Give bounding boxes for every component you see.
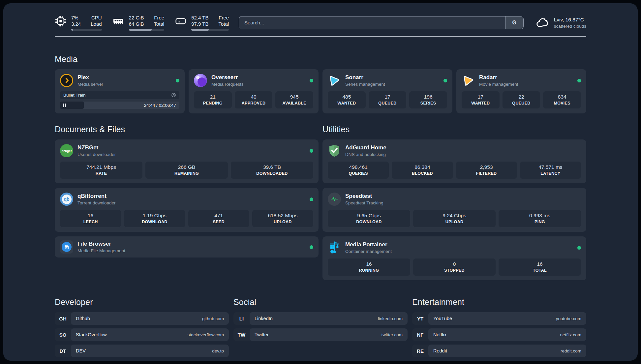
dashboard-panel: 7% CPU 3.24 Load [3,3,638,361]
stat-box: 40 APPROVED [235,91,273,108]
link-abbr: YT [412,312,428,325]
app-title: Radarr [479,74,518,81]
stat-box: 485 WANTED [328,91,366,108]
app-subtitle: Media File Management [77,248,125,253]
link-youtube[interactable]: YT YouTube youtube.com [412,312,586,325]
app-subtitle: Media server [77,82,103,87]
link-linkedin[interactable]: LI LinkedIn linkedin.com [233,312,408,325]
disk-total-label: Total [218,21,229,27]
link-netflix[interactable]: NF Netflix netflix.com [412,328,586,341]
stat-box: 744.21 Mbps RATE [60,162,142,179]
app-title: Speedtest [345,193,383,199]
app-title: File Browser [77,241,125,247]
overseerr-icon [194,74,207,87]
status-dot [443,79,447,82]
cpu-progress [71,29,102,31]
sonarr-icon [328,74,341,87]
section-entertainment: Entertainment YT YouTube youtube.com NF … [412,297,586,357]
app-subtitle: Usenet downloader [77,152,116,157]
app-card-radarr[interactable]: Radarr Movie management 17 WANTED 22 QUE… [456,69,586,113]
stat-box: 22 QUEUED [503,91,540,108]
link-name: YouTube [433,316,452,321]
link-url: stackoverflow.com [188,332,224,337]
disk-total: 97.9 TB [191,21,208,27]
stat-box: 2,953 FILTERED [456,162,517,179]
app-card-filebrowser[interactable]: File Browser Media File Management [55,236,319,258]
link-twitter[interactable]: TW Twitter twitter.com [233,328,408,341]
adguard-icon [328,144,341,157]
stat-box: 266 GB REMAINING [145,162,228,179]
stat-box: 196 SERIES [409,91,447,108]
stat-box: 9.24 Gbps UPLOAD [413,210,496,227]
app-title: Plex [77,74,103,81]
system-stats: 7% CPU 3.24 Load [55,15,229,31]
weather-location-temp: Lviv, 16.87°C [554,17,586,23]
status-dot [310,197,313,201]
ram-free-label: Free [154,15,164,21]
section-title-social: Social [233,297,408,307]
link-dev[interactable]: DT DEV dev.to [55,345,229,357]
section-social: Social LI LinkedIn linkedin.com TW Twitt… [233,297,408,341]
ram-icon [112,15,124,27]
plex-icon [60,74,73,87]
link-abbr: LI [233,312,250,325]
link-name: LinkedIn [255,316,273,321]
search-engine-button[interactable]: G [505,16,523,29]
playback-progress[interactable]: 24:44 / 02:06:47 [60,102,179,109]
search-input[interactable] [239,16,524,29]
stat-box: 1.19 Gbps DOWNLOAD [124,210,185,227]
app-card-plex[interactable]: Plex Media server Bullet Train 24:44 / 0 [55,69,185,113]
section-developer: Developer GH Github github.com SO StackO… [55,297,229,357]
disc-icon [171,93,176,98]
status-dot [577,79,581,82]
cpu-percent: 7% [71,15,81,21]
app-card-speedtest[interactable]: Speedtest Speedtest Tracking 9.65 Gbps D… [322,188,586,232]
link-url: linkedin.com [378,316,403,321]
stat-box: 945 AVAILABLE [275,91,313,108]
link-abbr: GH [55,312,71,325]
status-dot [176,79,179,82]
link-github[interactable]: GH Github github.com [55,312,229,325]
app-title: Media Portainer [345,241,392,248]
app-card-overseerr[interactable]: Overseerr Media Requests 21 PENDING 40 A… [189,69,319,113]
link-url: youtube.com [556,316,581,321]
nzbget-icon: nzbget [60,144,73,157]
link-name: Reddit [433,348,447,353]
link-abbr: TW [233,328,250,341]
app-subtitle: DNS and adblocking [345,152,386,157]
app-title: NZBGet [77,144,116,151]
app-title: Overseerr [211,74,244,81]
app-card-qbittorrent[interactable]: qb qBittorrent Torrent downloader 16 LEE… [55,188,319,232]
app-card-nzbget[interactable]: nzbget NZBGet Usenet downloader 744.21 M… [55,139,319,183]
app-card-sonarr[interactable]: Sonarr Series management 485 WANTED 17 Q… [322,69,452,113]
app-card-adguard[interactable]: AdGuard Home DNS and adblocking 498,461 … [322,139,586,183]
top-bar: 7% CPU 3.24 Load [55,15,586,31]
app-subtitle: Speedtest Tracking [345,200,383,205]
ram-total: 64 GiB [129,21,144,27]
stat-box: 498,461 QUERIES [328,162,389,179]
link-stackoverflow[interactable]: SO StackOverflow stackoverflow.com [55,328,229,341]
stat-box: 47.571 ms LATENCY [520,162,581,179]
cpu-stat: 7% CPU 3.24 Load [55,15,102,31]
link-url: github.com [202,316,224,321]
stat-box: 16 TOTAL [499,258,581,276]
app-title: Sonarr [345,74,385,81]
stat-box: 16 LEECH [60,210,121,227]
stat-box: 471 SEED [188,210,249,227]
now-playing: Bullet Train [60,91,179,99]
link-reddit[interactable]: RE Reddit reddit.com [412,345,586,357]
cpu-icon [55,15,67,27]
portainer-icon [328,241,341,254]
disk-free-label: Free [218,15,229,21]
stat-box: 16 RUNNING [328,258,410,276]
stat-box: 86,384 BLOCKED [392,162,453,179]
link-name: Github [76,316,90,321]
app-card-portainer[interactable]: Media Portainer Container management 16 … [322,236,586,280]
qbittorrent-icon: qb [60,193,73,206]
disk-icon [175,15,187,27]
section-documents: Documents & Files nzbget NZBGet Usenet d… [55,125,319,258]
status-dot [310,79,313,82]
ram-progress [129,29,165,31]
link-abbr: RE [412,345,428,357]
link-url: twitter.com [381,332,403,337]
